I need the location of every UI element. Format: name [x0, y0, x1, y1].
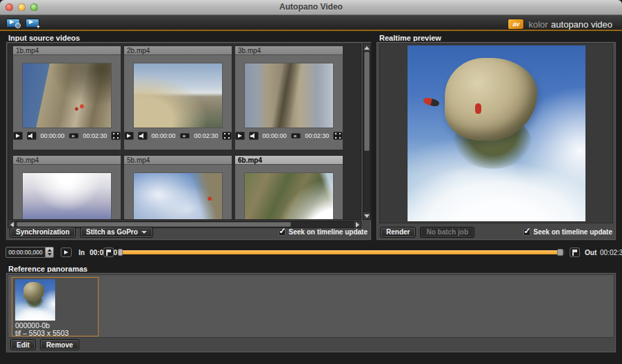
reference-info: tif – 5503 x 5503 [15, 329, 69, 337]
synchronization-label: Synchronization [16, 228, 70, 236]
scroll-down-button[interactable] [363, 212, 370, 219]
app-logo: av kolor autopano video [508, 18, 612, 30]
seek-on-timeline-checkbox-group[interactable]: Seek on timeline update [279, 228, 368, 236]
fullscreen-button[interactable] [222, 132, 232, 140]
input-source-panel: 1b.mp4 00:00:00 00:02:30 2b.mp4 00:0 [6, 41, 372, 241]
video-thumbnail [244, 63, 334, 128]
video-thumbnail [244, 172, 334, 220]
video-name: 1b.mp4 [13, 46, 121, 55]
video-search-icon [6, 19, 20, 28]
video-cell-2b[interactable]: 2b.mp4 00:00:00 00:02:30 [123, 46, 232, 150]
stitch-as-gopro-button[interactable]: Stitch as GoPro [80, 227, 153, 238]
play-button[interactable] [124, 132, 134, 140]
audio-button[interactable] [249, 132, 259, 140]
video-cell-6b[interactable]: 6b.mp4 [234, 155, 343, 220]
video-name: 5b.mp4 [124, 156, 232, 165]
timeline-track[interactable] [119, 250, 565, 254]
video-cell-3b[interactable]: 3b.mp4 00:00:00 00:02:30 [234, 46, 343, 150]
in-marker-icon [106, 250, 112, 256]
video-thumbnail [133, 172, 223, 220]
remove-label: Remove [46, 341, 73, 349]
timeline-range-fill [119, 250, 560, 254]
video-start-time: 00:00:00 [152, 132, 176, 139]
render-button[interactable]: Render [380, 227, 416, 238]
timecode-stepper[interactable] [45, 247, 53, 257]
speaker-icon [139, 133, 146, 139]
logo-product-text: autopano video [551, 19, 612, 30]
video-add-icon [26, 19, 39, 28]
video-grid-viewport: 1b.mp4 00:00:00 00:02:30 2b.mp4 00:0 [8, 43, 361, 220]
seek-mini-slider[interactable] [180, 133, 190, 139]
seek-mini-slider[interactable] [69, 133, 79, 139]
fullscreen-button[interactable] [333, 132, 343, 140]
arrow-up-icon [364, 46, 370, 50]
add-videos-button[interactable] [24, 17, 41, 29]
audio-button[interactable] [138, 132, 148, 140]
reference-thumbnail [15, 279, 55, 321]
toolbar: av kolor autopano video [0, 15, 622, 31]
video-end-time: 00:02:30 [83, 132, 107, 139]
step-down-icon [48, 253, 52, 256]
open-videos-button[interactable] [5, 17, 21, 29]
play-button[interactable] [13, 132, 23, 140]
in-label: In [79, 249, 85, 256]
stitched-panorama-preview [408, 46, 585, 221]
remove-button[interactable]: Remove [40, 339, 79, 350]
fullscreen-icon [224, 133, 230, 139]
video-cell-4b[interactable]: 4b.mp4 [12, 155, 121, 220]
scroll-up-button[interactable] [363, 44, 370, 51]
timeline-out-handle[interactable] [557, 249, 563, 256]
step-up-icon [48, 249, 52, 252]
logo-brand-text: kolor [528, 19, 548, 30]
out-label: Out [585, 249, 596, 256]
play-button[interactable] [235, 132, 245, 140]
stitch-label: Stitch as GoPro [86, 228, 138, 236]
window-title: Autopano Video [0, 2, 622, 12]
fullscreen-button[interactable] [111, 132, 121, 140]
seek-mini-slider[interactable] [291, 133, 301, 139]
no-batch-job-button: No batch job [420, 227, 474, 238]
current-timecode: 00:00:00,000 [6, 247, 45, 257]
set-out-point-button[interactable] [570, 247, 580, 257]
video-name: 6b.mp4 [235, 156, 343, 165]
video-cell-5b[interactable]: 5b.mp4 [123, 155, 232, 220]
realtime-preview-panel: Render No batch job Seek on timeline upd… [376, 41, 616, 241]
video-start-time: 00:00:00 [41, 132, 65, 139]
preview-view[interactable] [379, 43, 613, 223]
reference-item-selected[interactable]: 000000-0b tif – 5503 x 5503 [12, 277, 99, 336]
app-window: Autopano Video av kolor autopano video I… [0, 0, 622, 364]
video-start-time: 00:00:00 [263, 132, 287, 139]
no-batch-job-label: No batch job [426, 228, 468, 236]
video-name: 4b.mp4 [13, 156, 121, 165]
seek-checkbox[interactable] [279, 229, 285, 236]
edit-button[interactable]: Edit [10, 339, 36, 350]
vertical-scrollbar[interactable] [363, 43, 371, 220]
timeline-play-button[interactable] [61, 247, 72, 257]
seek-checkbox[interactable] [523, 229, 530, 236]
timecode-spinbox[interactable]: 00:00:00,000 [6, 247, 54, 258]
arrow-down-icon [364, 214, 370, 218]
video-thumbnail [22, 63, 112, 128]
dropdown-arrow-icon [141, 231, 147, 234]
seek-on-timeline-checkbox-group[interactable]: Seek on timeline update [523, 228, 612, 236]
seek-checkbox-label: Seek on timeline update [534, 228, 612, 236]
video-cell-1b[interactable]: 1b.mp4 00:00:00 00:02:30 [12, 46, 121, 150]
set-in-point-button[interactable] [103, 247, 114, 257]
vertical-scroll-thumb[interactable] [364, 52, 370, 151]
video-name: 3b.mp4 [235, 46, 343, 55]
audio-button[interactable] [27, 132, 37, 140]
synchronization-button[interactable]: Synchronization [10, 227, 76, 238]
timeline-playhead[interactable] [118, 249, 123, 256]
out-marker-icon [572, 250, 578, 256]
reference-list[interactable]: 000000-0b tif – 5503 x 5503 [8, 274, 614, 338]
fullscreen-icon [113, 133, 119, 139]
titlebar[interactable]: Autopano Video [0, 0, 622, 15]
timeline-bar: 00:00:00,000 In 00:00:00 Out 00:02:30 [0, 245, 622, 261]
play-icon [127, 134, 131, 138]
speaker-icon [28, 133, 34, 139]
out-time: 00:02:30 [600, 249, 622, 256]
climber-figure [475, 103, 481, 114]
edit-label: Edit [17, 341, 30, 349]
play-icon [16, 134, 20, 138]
fullscreen-icon [335, 133, 341, 139]
